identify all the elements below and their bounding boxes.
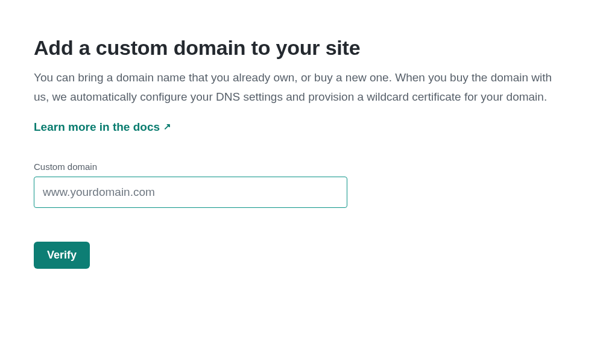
custom-domain-input[interactable] xyxy=(34,177,347,208)
verify-button[interactable]: Verify xyxy=(34,242,90,269)
docs-link[interactable]: Learn more in the docs ↗ xyxy=(34,121,171,134)
page-description: You can bring a domain name that you alr… xyxy=(34,68,558,107)
custom-domain-label: Custom domain xyxy=(34,162,569,172)
docs-link-label: Learn more in the docs xyxy=(34,121,160,134)
external-link-icon: ↗ xyxy=(163,122,171,131)
page-title: Add a custom domain to your site xyxy=(34,36,569,60)
